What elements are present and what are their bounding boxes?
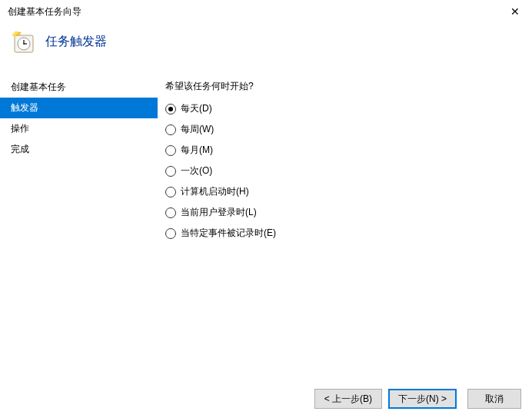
main-panel: 希望该任务何时开始? 每天(D)每周(W)每月(M)一次(O)计算机启动时(H)…: [158, 77, 532, 373]
radio-label: 每天(D): [181, 102, 212, 115]
radio-icon: [165, 187, 176, 197]
radio-icon: [165, 166, 176, 177]
sidebar-step-0[interactable]: 创建基本任务: [0, 77, 158, 98]
radio-icon: [165, 104, 176, 114]
radio-label: 当前用户登录时(L): [181, 206, 257, 219]
radio-label: 每周(W): [181, 123, 214, 136]
trigger-option-0[interactable]: 每天(D): [165, 102, 532, 115]
radio-label: 每月(M): [181, 144, 213, 157]
wizard-header: 任务触发器: [0, 23, 532, 77]
wizard-button-bar: < 上一步(B) 下一步(N) > 取消: [314, 389, 521, 409]
content-area: 创建基本任务触发器操作完成 希望该任务何时开始? 每天(D)每周(W)每月(M)…: [0, 77, 532, 373]
trigger-option-5[interactable]: 当前用户登录时(L): [165, 206, 532, 219]
trigger-option-1[interactable]: 每周(W): [165, 123, 532, 136]
trigger-option-6[interactable]: 当特定事件被记录时(E): [165, 227, 532, 240]
radio-label: 当特定事件被记录时(E): [181, 227, 276, 240]
close-button[interactable]: ✕: [497, 0, 532, 23]
trigger-option-3[interactable]: 一次(O): [165, 164, 532, 177]
radio-icon: [165, 145, 176, 156]
clock-wizard-icon: [12, 31, 36, 55]
titlebar: 创建基本任务向导 ✕: [0, 0, 532, 23]
trigger-option-4[interactable]: 计算机启动时(H): [165, 185, 532, 198]
radio-label: 一次(O): [181, 164, 212, 177]
radio-icon: [165, 228, 176, 239]
trigger-question: 希望该任务何时开始?: [165, 80, 532, 93]
radio-label: 计算机启动时(H): [181, 185, 249, 198]
sidebar-step-3[interactable]: 完成: [0, 139, 158, 160]
wizard-sidebar: 创建基本任务触发器操作完成: [0, 77, 158, 373]
page-title: 任务触发器: [45, 34, 107, 50]
radio-icon: [165, 124, 176, 135]
trigger-option-2[interactable]: 每月(M): [165, 144, 532, 157]
svg-point-4: [23, 43, 25, 45]
trigger-options: 每天(D)每周(W)每月(M)一次(O)计算机启动时(H)当前用户登录时(L)当…: [165, 102, 532, 240]
sidebar-step-1[interactable]: 触发器: [0, 98, 158, 118]
cancel-button[interactable]: 取消: [467, 389, 521, 409]
radio-icon: [165, 207, 176, 218]
next-button[interactable]: 下一步(N) >: [388, 389, 457, 409]
window-title: 创建基本任务向导: [8, 5, 81, 18]
back-button[interactable]: < 上一步(B): [314, 389, 382, 409]
sidebar-step-2[interactable]: 操作: [0, 118, 158, 139]
close-icon: ✕: [510, 5, 520, 18]
